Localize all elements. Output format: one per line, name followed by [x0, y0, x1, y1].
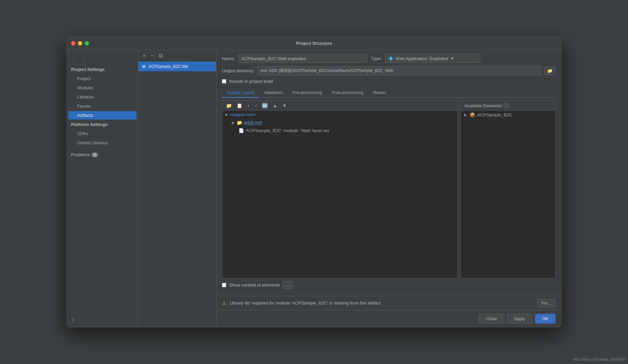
maximize-button[interactable] — [85, 41, 89, 46]
artifact-item[interactable]: W ACPSample_B2C:We — [138, 62, 216, 71]
content-area: ← → Project Settings Project Modules Lib… — [67, 50, 561, 327]
project-structure-window: Project Structure ← → Project Settings P… — [67, 37, 561, 327]
show-content-checkbox[interactable] — [222, 283, 226, 287]
bottom-bar: Close Apply OK — [216, 310, 561, 327]
name-label: Name: — [222, 56, 235, 61]
copy-artifact-button[interactable]: ⧉ — [157, 52, 164, 59]
artifact-item-icon: W — [141, 64, 146, 69]
sidebar-item-facets[interactable]: Facets — [68, 102, 137, 110]
problems-badge: 1 — [92, 152, 98, 157]
remove-artifact-button[interactable]: − — [149, 52, 155, 59]
module-facet-label: 'ACPSample_B2C' module: 'Web' facet res — [245, 128, 329, 133]
output-root-label: <output root> — [230, 112, 256, 117]
tree-expand-arrow-icon: ▶ — [232, 121, 234, 125]
fix-button[interactable]: Fix... — [537, 299, 556, 307]
back-arrow[interactable]: ← — [70, 55, 78, 61]
available-elements-title: Available Elements — [464, 103, 502, 108]
platform-settings-header: Platform Settings — [67, 120, 138, 129]
tree-item-output-root[interactable]: ◆ <output root> — [222, 111, 457, 119]
output-dir-label: Output directory: — [222, 68, 255, 73]
output-down-btn[interactable]: ▼ — [280, 102, 289, 109]
sidebar: ← → Project Settings Project Modules Lib… — [67, 50, 138, 327]
tab-pre-processing[interactable]: Pre-processing — [288, 88, 327, 98]
available-elements-panel: Available Elements ? ▶ 📦 ACPSample_B2C — [460, 101, 556, 278]
artifact-list-panel: + − ⧉ W ACPSample_B2C:We — [138, 50, 216, 327]
output-stack-btn[interactable]: 📋 — [235, 102, 244, 109]
tabs-row: Output Layout Validation Pre-processing … — [222, 88, 556, 98]
tab-maven[interactable]: Maven — [368, 88, 391, 98]
sidebar-item-artifacts[interactable]: Artifacts — [68, 111, 137, 120]
ok-button[interactable]: OK — [535, 314, 556, 324]
minimize-button[interactable] — [78, 41, 82, 46]
available-item-arrow-icon: ▶ — [464, 113, 467, 117]
problems-item[interactable]: Problems 1 — [67, 150, 138, 159]
warning-text: Library 'lib' required for module 'ACPSa… — [230, 301, 534, 306]
output-up-btn[interactable]: ▲ — [271, 102, 279, 109]
output-remove-btn[interactable]: − — [253, 102, 259, 109]
sidebar-item-global-libraries[interactable]: Global Libraries — [68, 139, 137, 147]
sidebar-item-project[interactable]: Project — [68, 74, 137, 83]
tab-validation[interactable]: Validation — [259, 88, 288, 98]
artifact-toolbar: + − ⧉ — [138, 50, 216, 62]
tree-item-module-facet[interactable]: 📄 'ACPSample_B2C' module: 'Web' facet re… — [222, 127, 457, 134]
sidebar-item-modules[interactable]: Modules — [68, 84, 137, 92]
sidebar-item-libraries[interactable]: Libraries — [68, 93, 137, 101]
output-tree-panel: 📁 📋 + − 🔤 ▲ ▼ ◆ <output root> — [222, 101, 458, 278]
right-panel: Name: Type: 💠 Web Application: Exploded … — [216, 50, 561, 327]
available-elements-header: Available Elements ? — [461, 101, 555, 111]
right-content: Name: Type: 💠 Web Application: Exploded … — [216, 50, 561, 296]
show-content-label[interactable]: Show content of elements — [229, 283, 280, 288]
window-title: Project Structure — [296, 41, 332, 46]
name-input[interactable] — [238, 54, 367, 63]
tree-item-webinf[interactable]: ▶ 📁 WEB-INF — [222, 119, 457, 127]
output-tree-toolbar: 📁 📋 + − 🔤 ▲ ▼ — [222, 101, 457, 111]
help-button[interactable]: ? — [67, 314, 138, 327]
output-sort-btn[interactable]: 🔤 — [260, 102, 269, 109]
watermark: https://blog.csdn.net/qq_20042935 — [573, 358, 625, 361]
project-settings-header: Project Settings — [67, 65, 138, 74]
warning-bar: ⚠ Library 'lib' required for module 'ACP… — [216, 296, 561, 310]
nav-arrows: ← → — [67, 53, 138, 65]
close-dialog-button[interactable]: Close — [478, 314, 504, 324]
include-build-label[interactable]: Include in project build — [229, 79, 273, 84]
artifact-list: W ACPSample_B2C:We — [138, 62, 216, 327]
problems-label: Problems — [71, 152, 90, 157]
output-layout-area: 📁 📋 + − 🔤 ▲ ▼ ◆ <output root> — [222, 101, 556, 278]
forward-arrow[interactable]: → — [80, 55, 87, 61]
webinf-label: WEB-INF — [244, 120, 262, 125]
include-build-row: Include in project build — [222, 79, 556, 84]
type-dropdown[interactable]: 💠 Web Application: Exploded ▼ — [385, 54, 480, 63]
available-item-label: ACPSample_B2C — [477, 112, 512, 117]
name-row: Name: Type: 💠 Web Application: Exploded … — [222, 54, 556, 63]
window-controls — [71, 41, 89, 46]
folder-icon: 📁 — [237, 120, 242, 125]
available-elements-help-icon[interactable]: ? — [504, 103, 509, 108]
output-add-btn[interactable]: + — [245, 102, 251, 109]
svg-text:W: W — [142, 65, 145, 69]
artifact-item-label: ACPSample_B2C:We — [149, 64, 188, 69]
titlebar: Project Structure — [67, 37, 561, 50]
dir-browse-button[interactable]: 📁 — [544, 67, 556, 75]
available-item-module-icon: 📦 — [470, 112, 475, 117]
dropdown-arrow-icon: ▼ — [450, 56, 455, 61]
tab-output-layout[interactable]: Output Layout — [222, 88, 259, 98]
module-icon: 📄 — [239, 128, 244, 133]
tree-diamond-icon: ◆ — [225, 112, 228, 117]
type-icon: 💠 — [388, 56, 394, 61]
add-artifact-button[interactable]: + — [141, 52, 147, 59]
output-folder-btn[interactable]: 📁 — [224, 102, 233, 109]
output-dir-row: Output directory: sion SDK (通用版)/ACPSamp… — [222, 66, 556, 75]
type-value: Web Application: Exploded — [396, 56, 448, 61]
apply-button[interactable]: Apply — [507, 314, 533, 324]
close-button[interactable] — [71, 41, 75, 46]
include-build-checkbox[interactable] — [222, 79, 226, 84]
sidebar-item-sdks[interactable]: SDKs — [68, 129, 137, 138]
available-item-acpsample[interactable]: ▶ 📦 ACPSample_B2C — [461, 111, 555, 119]
show-content-row: Show content of elements ... — [222, 278, 556, 292]
warning-icon: ⚠ — [222, 300, 226, 306]
tab-post-processing[interactable]: Post-processing — [327, 88, 368, 98]
output-dir-value: sion SDK (通用版)/ACPSample_B2C/out/artifac… — [257, 66, 541, 75]
type-label: Type: — [371, 56, 382, 61]
show-content-browse-button[interactable]: ... — [283, 281, 293, 289]
